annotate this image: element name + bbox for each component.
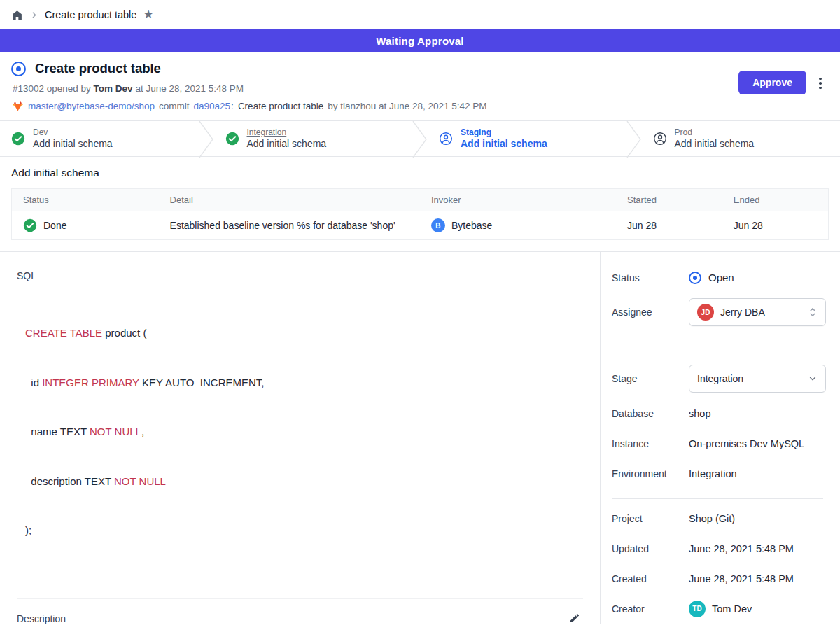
- divider: [612, 498, 823, 499]
- stage-task-label: Add initial schema: [461, 138, 547, 150]
- stage-dev[interactable]: DevAdd initial schema: [0, 121, 199, 156]
- task-invoker: Bytebase: [451, 220, 492, 231]
- description-label: Description: [17, 613, 66, 624]
- status-label: Status: [612, 272, 689, 284]
- approval-banner: Waiting Approval: [0, 29, 840, 52]
- stage-staging[interactable]: StagingAdd initial schema: [428, 121, 626, 156]
- stage-done-check-icon: [225, 132, 239, 146]
- created-label: Created: [612, 573, 689, 584]
- divider: [612, 353, 823, 354]
- assignee-select[interactable]: JD Jerry DBA: [689, 298, 826, 326]
- stage-select[interactable]: Integration: [689, 365, 826, 393]
- invoker-avatar: B: [431, 218, 445, 232]
- creator-avatar: TD: [689, 601, 706, 617]
- breadcrumb-current[interactable]: Create product table: [45, 9, 136, 20]
- updated-label: Updated: [612, 543, 689, 554]
- created-row: Created June 28, 2021 5:48 PM: [601, 564, 840, 594]
- stage-separator: [199, 121, 214, 158]
- approval-banner-text: Waiting Approval: [376, 35, 463, 47]
- sql-label: SQL: [17, 270, 600, 281]
- divider: [17, 598, 583, 599]
- stage-task-label: Add initial schema: [33, 138, 113, 150]
- approve-button[interactable]: Approve: [738, 71, 806, 94]
- stage-person-icon: [653, 132, 667, 146]
- stage-done-check-icon: [11, 132, 25, 146]
- instance-label: Instance: [612, 438, 689, 449]
- stage-task-label: Add initial schema: [675, 138, 755, 150]
- stage-env-label: Dev: [33, 127, 113, 138]
- instance-value[interactable]: On-premises Dev MySQL: [689, 438, 804, 449]
- chevron-down-icon: [808, 374, 818, 384]
- issue-title: Create product table: [35, 61, 161, 76]
- project-label: Project: [612, 513, 689, 524]
- stage-task-label: Add initial schema: [247, 138, 327, 150]
- favorite-star-icon[interactable]: ★: [143, 8, 153, 20]
- created-value: June 28, 2021 5:48 PM: [689, 573, 794, 584]
- stage-env-label: Prod: [675, 127, 755, 138]
- issue-meta: #13002 opened by Tom Dev at June 28, 202…: [13, 83, 829, 94]
- stage-prod[interactable]: ProdAdd initial schema: [642, 121, 840, 156]
- issue-header: Create product table #13002 opened by To…: [0, 52, 840, 120]
- database-row: Database shop: [601, 398, 840, 428]
- stage-pipeline: DevAdd initial schema IntegrationAdd ini…: [0, 120, 840, 157]
- task-status: Done: [43, 220, 66, 231]
- task-heading: Add initial schema: [11, 167, 829, 179]
- timeline-connector: [27, 615, 27, 624]
- issue-sidebar: Status Open Assignee JD Jerry DBA Stage …: [601, 252, 840, 624]
- stage-person-icon: [439, 132, 453, 146]
- stage-integration[interactable]: IntegrationAdd initial schema: [214, 121, 413, 156]
- selector-up-down-icon: [808, 307, 818, 318]
- commit-line: master@bytebase-demo/shop commit da90a25…: [12, 100, 829, 111]
- stage-env-label: Staging: [461, 127, 547, 138]
- chevron-right-icon: [29, 10, 38, 20]
- col-ended: Ended: [722, 189, 829, 211]
- environment-row: Environment Integration: [601, 458, 840, 489]
- task-started: Jun 28: [616, 211, 722, 240]
- task-section: Add initial schema Status Detail Invoker…: [0, 157, 840, 251]
- commit-hash-link[interactable]: da90a25: [194, 101, 231, 111]
- pencil-icon: [569, 612, 580, 624]
- stage-row: Stage Integration: [601, 359, 840, 398]
- database-label: Database: [612, 408, 689, 419]
- instance-row: Instance On-premises Dev MySQL: [601, 428, 840, 458]
- database-value[interactable]: shop: [689, 408, 710, 419]
- col-invoker: Invoker: [420, 189, 616, 211]
- creator-label: Creator: [612, 603, 689, 615]
- more-actions-kebab-icon[interactable]: [815, 74, 826, 92]
- stage-separator: [412, 121, 428, 158]
- project-row: Project Shop (Git): [601, 503, 840, 533]
- assignee-value: Jerry DBA: [720, 307, 802, 318]
- home-icon[interactable]: [11, 9, 23, 21]
- status-row: Status Open: [601, 262, 840, 293]
- gitlab-icon: [12, 100, 24, 111]
- status-open-icon: [689, 272, 701, 284]
- issue-open-icon: [11, 62, 26, 76]
- task-detail: Established baseline version %s for data…: [159, 211, 420, 240]
- updated-value: June 28, 2021 5:48 PM: [689, 543, 794, 554]
- status-value: Open: [708, 272, 734, 284]
- commit-byline: by tianzhou at June 28, 2021 5:42 PM: [328, 101, 486, 111]
- commit-message: Create product table: [238, 101, 323, 111]
- creator-row: Creator TD Tom Dev: [601, 594, 840, 624]
- edit-description-button[interactable]: [568, 611, 582, 627]
- stage-env-label: Integration: [247, 127, 327, 138]
- stage-label: Stage: [612, 373, 689, 384]
- col-started: Started: [616, 189, 722, 211]
- project-value[interactable]: Shop (Git): [689, 513, 735, 524]
- environment-label: Environment: [612, 468, 689, 479]
- environment-value: Integration: [689, 468, 737, 479]
- breadcrumb: Create product table ★: [0, 0, 840, 29]
- branch-repo-link[interactable]: master@bytebase-demo/shop: [28, 101, 155, 111]
- stage-value: Integration: [697, 373, 802, 384]
- assignee-avatar: JD: [697, 304, 714, 321]
- sql-code-block: CREATE TABLE product ( id INTEGER PRIMAR…: [25, 292, 600, 572]
- col-detail: Detail: [159, 189, 420, 211]
- col-status: Status: [12, 189, 159, 211]
- creator-value: Tom Dev: [712, 603, 752, 615]
- task-ended: Jun 28: [722, 211, 829, 240]
- done-check-icon: [23, 218, 37, 232]
- task-table: Status Detail Invoker Started Ended Done…: [11, 188, 829, 240]
- assignee-label: Assignee: [612, 307, 689, 318]
- table-row: Done Established baseline version %s for…: [12, 211, 829, 240]
- main-column: SQL CREATE TABLE product ( id INTEGER PR…: [0, 252, 601, 624]
